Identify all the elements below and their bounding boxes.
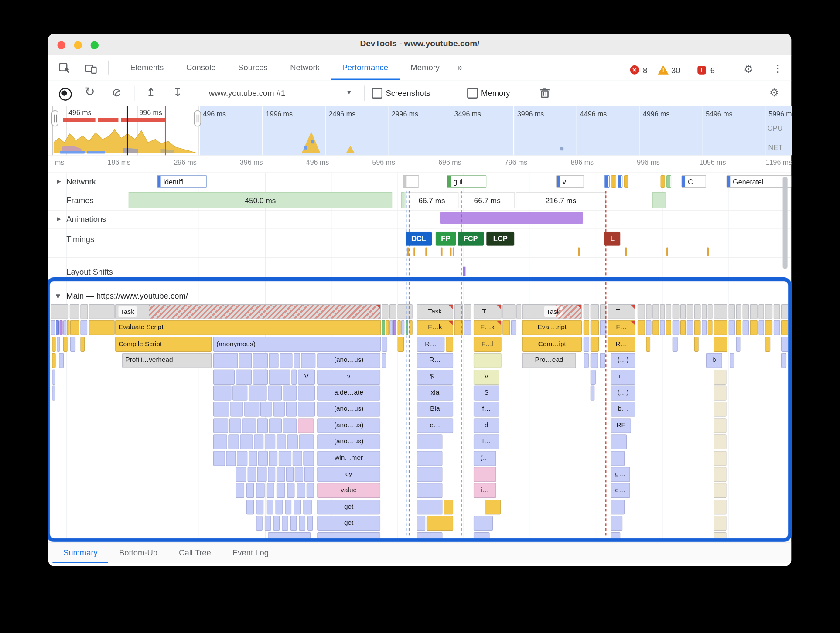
network-request[interactable]: C…: [681, 175, 706, 188]
tab-sources[interactable]: Sources: [227, 55, 279, 81]
flame-block[interactable]: [708, 304, 713, 319]
flame-block[interactable]: [584, 353, 589, 368]
flame-block[interactable]: [714, 304, 727, 319]
bottom-tab-event-log[interactable]: Event Log: [222, 542, 279, 563]
flame-block[interactable]: [286, 402, 297, 416]
flame-block[interactable]: [258, 451, 268, 466]
flame-block[interactable]: [417, 483, 443, 498]
tab-performance[interactable]: Performance: [331, 55, 400, 81]
flame-block[interactable]: [294, 353, 300, 368]
flame-block[interactable]: [611, 434, 627, 449]
flame-block[interactable]: [257, 467, 267, 482]
flame-block[interactable]: [474, 467, 496, 482]
flame-block[interactable]: [89, 304, 115, 319]
flame-block[interactable]: [401, 320, 404, 335]
flame-block[interactable]: [293, 451, 302, 466]
flame-block[interactable]: i…: [611, 370, 635, 385]
inspect-element-icon[interactable]: [58, 61, 72, 75]
flame-block[interactable]: [269, 418, 282, 433]
clear-icon[interactable]: ⊘: [112, 86, 122, 99]
flame-block[interactable]: get: [317, 516, 380, 531]
flame-block[interactable]: win…mer: [317, 451, 380, 466]
flame-block[interactable]: [277, 467, 285, 482]
flame-block[interactable]: [299, 516, 305, 531]
flame-block[interactable]: [680, 320, 686, 335]
network-request[interactable]: [618, 175, 622, 188]
flame-block[interactable]: T…: [608, 304, 635, 319]
flame-block[interactable]: get: [317, 500, 380, 514]
flame-block[interactable]: [52, 353, 56, 368]
flame-block[interactable]: [285, 500, 291, 514]
flame-block[interactable]: Eval…ript: [522, 320, 582, 335]
flame-block[interactable]: v: [317, 370, 380, 385]
flame-block[interactable]: F…l: [474, 337, 502, 352]
flame-block[interactable]: [673, 320, 680, 335]
flame-block[interactable]: [646, 337, 650, 352]
flame-block[interactable]: [268, 385, 282, 400]
timing-marker-fcp[interactable]: FCP: [458, 232, 484, 246]
flame-block[interactable]: [249, 385, 267, 400]
flame-block[interactable]: [652, 304, 659, 319]
flame-block[interactable]: S: [474, 385, 499, 400]
flame-block[interactable]: [485, 500, 501, 514]
flame-block[interactable]: [307, 483, 314, 498]
flame-block[interactable]: [427, 516, 453, 531]
flame-block[interactable]: [611, 532, 620, 538]
flame-block[interactable]: [742, 304, 749, 319]
warning-count[interactable]: 30: [671, 66, 680, 75]
kebab-menu-icon[interactable]: ⋮: [772, 62, 782, 74]
flame-block[interactable]: [758, 320, 764, 335]
bottom-tab-call-tree[interactable]: Call Tree: [168, 542, 222, 563]
flame-block[interactable]: [652, 320, 659, 335]
selection-left-handle[interactable]: [51, 110, 58, 126]
flame-block[interactable]: [283, 385, 297, 400]
flame-block[interactable]: [275, 500, 283, 514]
bottom-tab-bottom-up[interactable]: Bottom-Up: [108, 542, 168, 563]
flame-block[interactable]: [236, 370, 252, 385]
flame-block[interactable]: RF: [611, 418, 631, 433]
flame-block[interactable]: (…): [611, 385, 635, 400]
flame-block[interactable]: [280, 353, 292, 368]
flame-block[interactable]: a.de…ate: [317, 385, 380, 400]
flame-block[interactable]: V: [298, 370, 315, 385]
flame-block[interactable]: [240, 434, 253, 449]
flame-block[interactable]: f…: [474, 434, 499, 449]
flame-block[interactable]: [317, 532, 380, 538]
flame-block[interactable]: [397, 320, 400, 335]
flame-block[interactable]: [236, 467, 246, 482]
flame-block[interactable]: [257, 418, 268, 433]
frame-block[interactable]: 66.7 ms: [405, 192, 459, 208]
network-request[interactable]: identifi…: [157, 175, 207, 188]
flame-block[interactable]: [249, 451, 257, 466]
flame-block[interactable]: [273, 516, 280, 531]
flame-block[interactable]: [591, 385, 595, 400]
flame-block[interactable]: [687, 304, 693, 319]
flame-block[interactable]: [758, 304, 764, 319]
flame-block[interactable]: [397, 337, 404, 352]
error-count[interactable]: 8: [643, 66, 647, 75]
animations-disclosure-icon[interactable]: ▶: [57, 216, 61, 222]
flame-block[interactable]: $…: [417, 370, 454, 385]
flame-block[interactable]: [646, 304, 651, 319]
flame-block[interactable]: b…: [611, 402, 635, 416]
memory-label[interactable]: Memory: [481, 88, 510, 98]
flame-block[interactable]: [267, 483, 274, 498]
flame-block[interactable]: [736, 337, 741, 352]
issues-icon[interactable]: !: [697, 66, 706, 75]
flame-block[interactable]: [714, 451, 726, 466]
flame-block[interactable]: [714, 467, 726, 482]
flame-block[interactable]: [714, 370, 726, 385]
flame-block[interactable]: [736, 320, 741, 335]
animations-track-label[interactable]: Animations: [66, 214, 106, 223]
flame-block[interactable]: [237, 451, 248, 466]
flame-block[interactable]: [52, 385, 55, 400]
flame-block[interactable]: [729, 304, 735, 319]
screenshots-checkbox[interactable]: [372, 88, 382, 99]
network-request[interactable]: [666, 175, 671, 188]
flame-block[interactable]: [417, 451, 443, 466]
flame-block[interactable]: [742, 320, 749, 335]
flame-block[interactable]: [51, 320, 55, 335]
flame-block[interactable]: [269, 370, 290, 385]
flame-block[interactable]: [714, 516, 726, 531]
flame-block[interactable]: d: [474, 418, 499, 433]
